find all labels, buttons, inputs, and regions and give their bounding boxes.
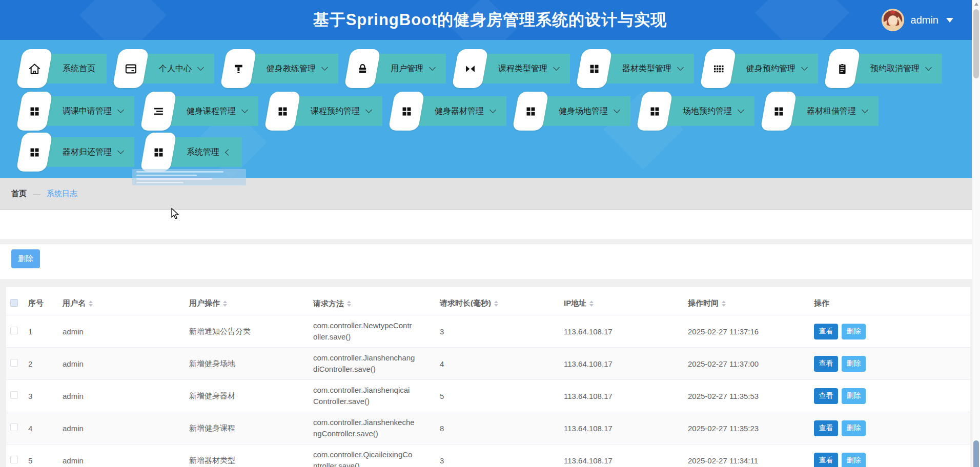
- row-checkbox[interactable]: [10, 359, 18, 367]
- nav-item-3[interactable]: 用户管理: [351, 54, 446, 83]
- table-row: 3admin新增健身器材com.controller.Jianshenqicai…: [6, 380, 970, 412]
- view-button[interactable]: 查看: [814, 324, 838, 339]
- row-checkbox[interactable]: [10, 456, 18, 463]
- nav-item-0[interactable]: 系统首页: [23, 54, 107, 83]
- sort-caret-icon[interactable]: [722, 301, 726, 307]
- nav-item-label: 场地预约管理: [683, 106, 732, 117]
- view-button[interactable]: 查看: [814, 388, 838, 404]
- grid-dense-icon: [700, 49, 736, 88]
- nav-item-label: 个人中心: [159, 63, 192, 74]
- grid-icon: [16, 92, 52, 131]
- chevron-down-icon: [738, 107, 744, 113]
- cell-username: admin: [58, 392, 185, 400]
- sort-caret-icon[interactable]: [494, 301, 498, 307]
- row-checkbox[interactable]: [10, 391, 18, 399]
- chevron-down-icon: [429, 64, 436, 71]
- cell-index: 1: [27, 327, 58, 336]
- table-row: 2admin新增健身场地com.controller.Jianshenchang…: [6, 348, 970, 380]
- row-checkbox[interactable]: [10, 423, 18, 431]
- chevron-down-icon: [321, 64, 328, 71]
- column-header[interactable]: IP地址: [560, 299, 684, 308]
- list-icon: [140, 92, 176, 131]
- cell-method: com.controller.JianshenchangdiController…: [309, 352, 436, 375]
- row-delete-button[interactable]: 删除: [842, 420, 866, 436]
- breadcrumb-current[interactable]: 系统日志: [47, 189, 77, 199]
- column-header[interactable]: 用户名: [58, 299, 185, 308]
- content-spacer: [0, 210, 980, 239]
- nav-item-10[interactable]: 课程预约管理: [271, 96, 382, 126]
- grid-icon: [760, 92, 797, 131]
- clipboard-icon: [824, 49, 860, 88]
- nav-item-label: 课程预约管理: [311, 106, 360, 117]
- row-delete-button[interactable]: 删除: [842, 356, 866, 372]
- column-header[interactable]: 用户操作: [185, 299, 309, 308]
- cell-ip: 113.64.108.17: [560, 456, 684, 465]
- chevron-down-icon: [614, 107, 620, 113]
- nav-item-13[interactable]: 场地预约管理: [643, 96, 754, 126]
- app-header: 基于SpringBoot的健身房管理系统的设计与实现 admin: [0, 0, 980, 40]
- sort-caret-icon[interactable]: [223, 301, 227, 307]
- nav-item-11[interactable]: 健身器材管理: [395, 96, 506, 126]
- column-header[interactable]: 请求时长(毫秒): [436, 299, 560, 308]
- username-label: admin: [911, 14, 938, 26]
- nav-item-16[interactable]: 系统管理: [147, 137, 242, 167]
- panel-icon: [112, 49, 149, 88]
- scroll-up-arrow-icon[interactable]: [974, 3, 978, 6]
- cell-ip: 113.64.108.17: [560, 392, 684, 400]
- nav-item-4[interactable]: 课程类型管理: [458, 54, 570, 83]
- user-avatar[interactable]: [882, 9, 904, 31]
- user-menu[interactable]: admin: [882, 0, 953, 40]
- bulk-delete-button[interactable]: 删除: [11, 249, 40, 268]
- row-delete-button[interactable]: 删除: [842, 453, 866, 467]
- column-header[interactable]: 请求方法: [309, 298, 436, 309]
- select-all-checkbox[interactable]: [10, 299, 18, 307]
- table-row: 1admin新增通知公告分类com.controller.NewtypeCont…: [6, 315, 970, 348]
- row-delete-button[interactable]: 删除: [842, 388, 866, 404]
- main-nav: 系统首页个人中心健身教练管理用户管理课程类型管理器材类型管理健身预约管理预约取消…: [0, 40, 980, 178]
- nav-item-9[interactable]: 健身课程管理: [147, 96, 258, 126]
- cell-username: admin: [58, 359, 185, 368]
- sort-caret-icon[interactable]: [347, 301, 351, 307]
- row-delete-button[interactable]: 删除: [842, 324, 866, 339]
- nav-item-8[interactable]: 调课申请管理: [23, 96, 134, 126]
- sort-caret-icon[interactable]: [589, 301, 594, 307]
- cell-duration: 3: [436, 327, 560, 336]
- nav-item-5[interactable]: 器材类型管理: [582, 54, 694, 83]
- chevron-down-icon: [489, 107, 496, 113]
- view-button[interactable]: 查看: [814, 420, 838, 436]
- nav-item-label: 健身教练管理: [267, 63, 316, 74]
- grid-icon: [16, 133, 52, 172]
- grid-icon: [140, 133, 176, 172]
- chevron-down-icon: [117, 107, 124, 113]
- inner-scrollbar-thumb[interactable]: [973, 440, 979, 467]
- sort-caret-icon[interactable]: [89, 301, 93, 307]
- column-header[interactable]: 操作时间: [684, 299, 810, 308]
- nav-item-1[interactable]: 个人中心: [119, 54, 214, 83]
- nav-item-2[interactable]: 健身教练管理: [227, 54, 338, 83]
- cell-time: 2025-02-27 11:37:16: [684, 327, 810, 336]
- page-scrollbar[interactable]: [972, 0, 980, 467]
- cell-username: admin: [58, 327, 185, 336]
- chevron-down-icon: [117, 147, 124, 154]
- nav-item-7[interactable]: 预约取消管理: [830, 54, 942, 83]
- nav-item-6[interactable]: 健身预约管理: [706, 54, 818, 83]
- ghost-dropdown: [132, 169, 246, 185]
- nav-item-15[interactable]: 器材归还管理: [23, 137, 134, 167]
- scrollbar-thumb[interactable]: [973, 9, 979, 78]
- cell-index: 5: [27, 456, 58, 465]
- cell-username: admin: [58, 456, 185, 465]
- nav-item-12[interactable]: 健身场地管理: [519, 96, 630, 126]
- nav-item-label: 系统管理: [187, 147, 219, 158]
- view-button[interactable]: 查看: [814, 356, 838, 372]
- page-title: 基于SpringBoot的健身房管理系统的设计与实现: [0, 0, 980, 40]
- chevron-down-icon: [553, 64, 560, 71]
- row-checkbox[interactable]: [10, 327, 18, 334]
- view-button[interactable]: 查看: [814, 453, 838, 467]
- column-header: 序号: [27, 299, 58, 308]
- chevron-left-icon: [225, 149, 232, 156]
- nav-item-14[interactable]: 器材租借管理: [767, 96, 879, 126]
- nav-item-label: 课程类型管理: [498, 63, 547, 74]
- nav-item-label: 器材类型管理: [622, 63, 671, 74]
- lock-icon: [344, 49, 380, 88]
- breadcrumb-home[interactable]: 首页: [11, 189, 27, 199]
